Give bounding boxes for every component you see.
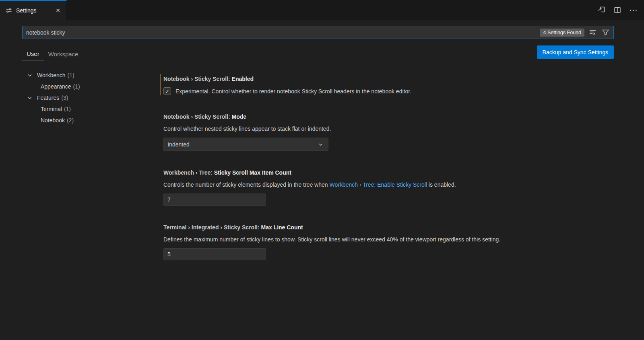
toc-count: (1) [64,106,71,112]
setting-description: Controls the number of sticky elements d… [163,181,636,188]
chevron-down-icon[interactable] [27,95,33,101]
backup-and-sync-settings-button[interactable]: Backup and Sync Settings [537,45,614,59]
settings-scope-tabs: User Workspace [22,47,83,60]
toc-label: Terminal [41,106,62,112]
max-line-count-input[interactable] [163,248,266,260]
toc-item-features[interactable]: Features (3) [0,92,148,103]
text-caret [67,29,67,36]
toc-item-notebook[interactable]: Notebook (2) [0,115,148,126]
search-query-text: notebook sticky [26,29,65,36]
toc-item-terminal[interactable]: Terminal (1) [0,103,148,115]
toc-count: (1) [68,72,74,78]
editor-actions: ⋯ [597,0,638,20]
setting-description: Experimental. Control whether to render … [175,88,411,95]
setting-checkbox[interactable]: ✓ [163,87,171,95]
max-item-count-input[interactable] [163,194,266,206]
setting-notebook-sticky-scroll-mode: Notebook › Sticky Scroll: Mode Control w… [163,113,636,151]
settings-list: Notebook › Sticky Scroll: Enabled ✓ Expe… [148,66,644,340]
settings-search-input[interactable]: notebook sticky 4 Settings Found [22,26,614,39]
ellipsis-icon: ⋯ [630,6,638,14]
clear-search-filters-button[interactable] [588,28,597,37]
toc-item-workbench[interactable]: Workbench (1) [0,70,148,81]
tab-title: Settings [16,7,50,14]
filter-funnel-icon [602,29,609,36]
setting-description: Defines the maximum number of sticky lin… [163,236,636,243]
toc-label: Notebook [41,117,65,124]
setting-title: Terminal › Integrated › Sticky Scroll: M… [163,224,636,231]
checkmark-icon: ✓ [165,89,170,94]
results-count-badge: 4 Settings Found [540,29,584,37]
setting-terminal-sticky-scroll-max-line-count: Terminal › Integrated › Sticky Scroll: M… [163,224,636,260]
chevron-down-icon [318,141,324,148]
tab-settings[interactable]: Settings ✕ [0,0,67,20]
more-actions-button[interactable]: ⋯ [629,5,638,15]
setting-title: Notebook › Sticky Scroll: Mode [163,113,636,120]
tab-workspace[interactable]: Workspace [44,51,83,60]
split-editor-button[interactable] [613,5,622,15]
toc-label: Appearance [41,83,71,90]
filter-button[interactable] [601,28,610,37]
setting-notebook-sticky-scroll-enabled: Notebook › Sticky Scroll: Enabled ✓ Expe… [163,75,636,95]
toc-count: (3) [61,95,68,101]
setting-tree-sticky-scroll-max-item-count: Workbench › Tree: Sticky Scroll Max Item… [163,169,636,206]
setting-description: Control whether nested sticky lines appe… [163,125,636,132]
setting-mode-dropdown[interactable]: indented [163,138,328,151]
editor-tab-bar: Settings ✕ [0,0,644,20]
toc-count: (1) [73,83,80,90]
clear-filters-icon [589,29,597,36]
toc-count: (2) [67,117,74,124]
close-icon[interactable]: ✕ [54,6,62,14]
split-editor-icon [614,6,621,14]
settings-sliders-icon [6,7,12,14]
setting-link[interactable]: Workbench › Tree: Enable Sticky Scroll [329,181,427,188]
json-file-icon [598,6,605,14]
toc-label: Workbench [37,72,66,78]
settings-toc: Workbench (1) Appearance (1) Features (3… [0,66,148,340]
toc-label: Features [37,95,59,101]
setting-title: Notebook › Sticky Scroll: Enabled [163,75,636,82]
chevron-down-icon[interactable] [27,72,33,78]
tab-user[interactable]: User [22,50,44,60]
setting-title: Workbench › Tree: Sticky Scroll Max Item… [163,169,636,176]
dropdown-selected-value: indented [168,141,190,148]
toc-item-appearance[interactable]: Appearance (1) [0,81,148,92]
open-settings-json-button[interactable] [597,5,606,15]
